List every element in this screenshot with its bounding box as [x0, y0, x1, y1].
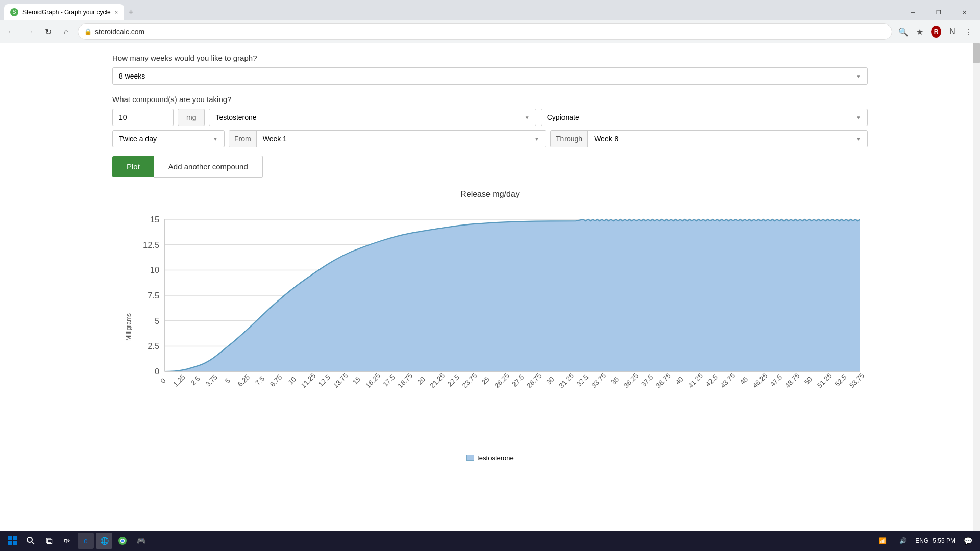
svg-text:38.75: 38.75: [654, 372, 672, 390]
maximize-button[interactable]: ❐: [927, 4, 950, 20]
url-text: steroidcalc.com: [95, 28, 886, 36]
svg-text:7.5: 7.5: [254, 374, 266, 387]
through-week-value: Week 8: [594, 135, 618, 143]
svg-text:16.25: 16.25: [364, 372, 382, 390]
ester-chevron-icon: ▼: [856, 115, 861, 120]
svg-text:45: 45: [739, 375, 749, 386]
weeks-value: 8 weeks: [119, 72, 145, 80]
svg-text:27.5: 27.5: [510, 373, 525, 388]
extension-icon[interactable]: N: [945, 24, 960, 39]
scrollbar[interactable]: [973, 43, 980, 531]
weeks-question: How many weeks would you like to graph?: [112, 54, 868, 62]
svg-text:22.5: 22.5: [446, 373, 461, 388]
svg-text:41.25: 41.25: [687, 372, 704, 390]
svg-text:10: 10: [150, 265, 159, 275]
svg-text:52.5: 52.5: [834, 373, 848, 388]
svg-text:25: 25: [480, 375, 491, 386]
svg-text:15: 15: [150, 215, 159, 224]
legend-color-box: [466, 455, 474, 461]
through-week-chevron-icon: ▼: [856, 136, 861, 142]
svg-text:32.5: 32.5: [575, 373, 590, 388]
svg-text:11.25: 11.25: [300, 372, 317, 390]
home-button[interactable]: ⌂: [59, 24, 74, 39]
window-controls: ─ ❐ ✕: [901, 4, 976, 20]
weeks-dropdown[interactable]: 8 weeks ▼: [112, 67, 868, 85]
frequency-chevron-icon: ▼: [213, 136, 218, 142]
svg-text:7.5: 7.5: [148, 291, 159, 300]
svg-text:31.25: 31.25: [557, 372, 575, 390]
browser-chrome: S SteroidGraph - Graph your cycle × + ─ …: [0, 0, 980, 43]
svg-text:46.25: 46.25: [751, 372, 769, 390]
lock-icon: 🔒: [84, 28, 92, 35]
taskbar: ⧉ 🛍 e 🌐 🎮 📶 🔊 ENG 5:55 PM 💬: [0, 531, 980, 531]
from-week-chevron-icon: ▼: [534, 136, 540, 142]
svg-text:18.75: 18.75: [396, 372, 414, 390]
from-week-select[interactable]: Week 1 ▼: [257, 131, 546, 147]
chart-container: Release mg/day Milligrams 15 12.5 10 7.5…: [112, 190, 868, 462]
compound-question: What compound(s) are you taking?: [112, 95, 868, 104]
tab-close-button[interactable]: ×: [115, 9, 118, 15]
compound-value: Testosterone: [215, 113, 256, 121]
svg-text:48.75: 48.75: [783, 372, 801, 390]
svg-text:0: 0: [159, 377, 167, 385]
svg-text:8.75: 8.75: [268, 373, 283, 388]
compound-row-2: Twice a day ▼ From Week 1 ▼ Through Week…: [112, 130, 868, 147]
through-week-select[interactable]: Week 8 ▼: [588, 131, 867, 147]
svg-text:17.5: 17.5: [381, 373, 396, 388]
unit-label: mg: [178, 109, 205, 126]
svg-text:37.5: 37.5: [640, 373, 654, 388]
search-icon[interactable]: 🔍: [896, 24, 911, 39]
svg-text:42.5: 42.5: [704, 373, 719, 388]
refresh-button[interactable]: ↻: [41, 24, 55, 39]
compound-select[interactable]: Testosterone ▼: [209, 109, 536, 126]
svg-text:50: 50: [803, 375, 814, 386]
svg-text:23.75: 23.75: [461, 372, 479, 390]
chart-svg: 15 12.5 10 7.5 5 2.5 0: [138, 204, 868, 450]
chart-legend: testosterone: [112, 454, 868, 462]
action-buttons: Plot Add another compound: [112, 156, 868, 178]
active-tab[interactable]: S SteroidGraph - Graph your cycle ×: [4, 4, 124, 20]
back-button[interactable]: ←: [4, 24, 18, 39]
compound-section: What compound(s) are you taking? mg Test…: [112, 95, 868, 147]
close-button[interactable]: ✕: [952, 4, 976, 20]
svg-text:1.25: 1.25: [172, 373, 187, 388]
svg-text:5: 5: [155, 316, 159, 326]
weeks-chevron-icon: ▼: [856, 73, 861, 79]
frequency-dropdown[interactable]: Twice a day ▼: [112, 130, 225, 147]
chart-area: Milligrams 15 12.5 10 7.5 5 2.5 0: [138, 204, 868, 450]
profile-icon-r[interactable]: R: [929, 24, 943, 39]
menu-button[interactable]: ⋮: [962, 24, 976, 39]
frequency-value: Twice a day: [119, 135, 157, 143]
svg-text:43.75: 43.75: [719, 372, 737, 390]
bookmark-icon[interactable]: ★: [913, 24, 927, 39]
through-wrapper: Through Week 8 ▼: [550, 130, 868, 147]
address-bar: ← → ↻ ⌂ 🔒 steroidcalc.com 🔍 ★ R N ⋮: [0, 20, 980, 43]
svg-text:3.75: 3.75: [204, 373, 219, 388]
from-wrapper: From Week 1 ▼: [229, 130, 546, 147]
svg-text:51.25: 51.25: [816, 372, 834, 390]
add-compound-button[interactable]: Add another compound: [154, 156, 263, 178]
ester-value: Cypionate: [547, 113, 579, 121]
toolbar-icons: 🔍 ★ R N ⋮: [896, 24, 976, 39]
forward-button[interactable]: →: [22, 24, 37, 39]
url-bar[interactable]: 🔒 steroidcalc.com: [78, 23, 892, 40]
svg-text:2.5: 2.5: [148, 341, 159, 351]
svg-text:0: 0: [155, 367, 159, 377]
tab-bar: S SteroidGraph - Graph your cycle × + ─ …: [0, 0, 980, 20]
svg-text:28.75: 28.75: [525, 372, 543, 390]
svg-text:35: 35: [609, 375, 620, 386]
svg-text:33.75: 33.75: [590, 372, 608, 390]
dose-input[interactable]: [112, 109, 174, 126]
svg-text:10: 10: [287, 375, 298, 386]
plot-button[interactable]: Plot: [112, 156, 154, 177]
scrollbar-thumb[interactable]: [973, 43, 980, 63]
new-tab-button[interactable]: +: [124, 7, 138, 18]
minimize-button[interactable]: ─: [901, 4, 925, 20]
svg-text:47.5: 47.5: [769, 373, 783, 388]
svg-text:30: 30: [545, 375, 556, 386]
svg-text:6.25: 6.25: [236, 373, 251, 388]
svg-text:53.75: 53.75: [848, 372, 866, 390]
svg-text:12.5: 12.5: [143, 240, 159, 250]
chart-title: Release mg/day: [112, 190, 868, 199]
ester-select[interactable]: Cypionate ▼: [541, 109, 868, 126]
